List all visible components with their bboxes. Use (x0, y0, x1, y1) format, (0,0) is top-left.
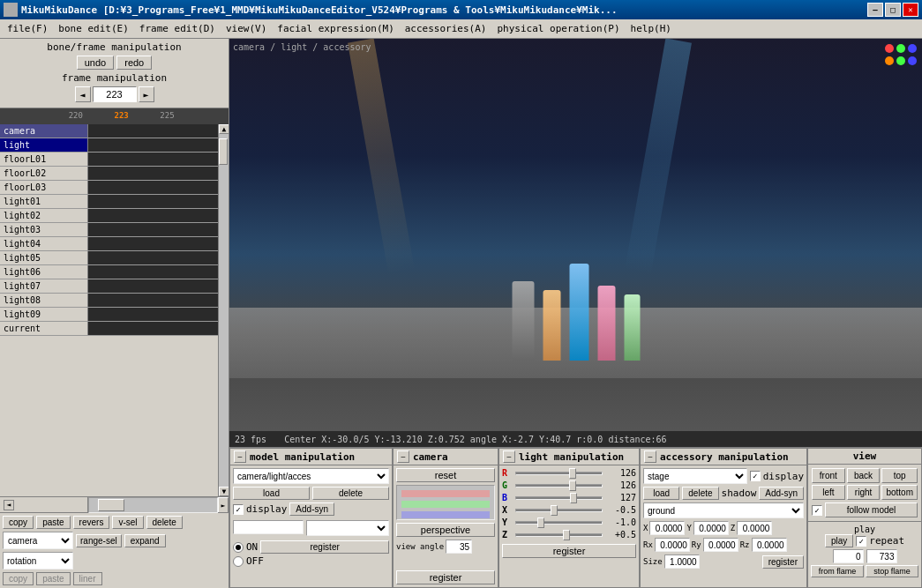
list-item[interactable]: floorL01 (0, 153, 218, 167)
light-z-slider[interactable] (515, 533, 603, 537)
close-button[interactable]: ✕ (903, 3, 918, 17)
track-light[interactable]: light (0, 138, 88, 152)
redo-button[interactable]: redo (116, 56, 152, 70)
accessory-manip-collapse-btn[interactable]: — (644, 450, 656, 463)
model-register-button[interactable]: register (260, 540, 389, 554)
track-light04[interactable]: light04 (0, 237, 88, 250)
camera-register-button[interactable]: register (396, 570, 495, 584)
light-b-slider[interactable] (515, 496, 603, 500)
track-current[interactable]: current (0, 322, 88, 335)
view-angle-input[interactable] (446, 540, 472, 554)
menu-help[interactable]: help(H) (626, 21, 677, 36)
menu-frame-edit[interactable]: frame edit(D) (134, 21, 221, 36)
model-manip-collapse-btn[interactable]: — (234, 450, 246, 463)
camera-g-slider[interactable] (401, 501, 490, 508)
track-floorL02[interactable]: floorL02 (0, 167, 88, 180)
follow-model-checkbox[interactable]: ✓ (812, 505, 822, 516)
list-item[interactable]: light09 (0, 308, 218, 322)
light-y-thumb[interactable] (537, 517, 544, 528)
model-on-radio[interactable] (233, 542, 244, 553)
delete-button[interactable]: delete (146, 516, 183, 529)
stage-select[interactable]: stage (643, 468, 747, 484)
light-x-thumb[interactable] (551, 505, 558, 516)
frame-input[interactable] (93, 86, 137, 102)
accessory-display-checkbox[interactable]: ✓ (750, 471, 761, 481)
accessory-delete-button[interactable]: delete (682, 487, 718, 500)
track-light03[interactable]: light03 (0, 223, 88, 236)
track-light05[interactable]: light05 (0, 251, 88, 264)
track-light09[interactable]: light09 (0, 308, 88, 321)
accessory-size-input[interactable] (664, 555, 700, 569)
expand-button[interactable]: expand (124, 534, 166, 547)
revers-button[interactable]: revers (73, 516, 110, 529)
menu-facial[interactable]: facial expression(M) (272, 21, 399, 36)
light-x-slider[interactable] (515, 509, 603, 512)
accessory-z-input[interactable] (737, 521, 772, 535)
hscroll-bar[interactable] (88, 497, 218, 513)
list-item[interactable]: light08 (0, 294, 218, 308)
menu-bone-edit[interactable]: bone edit(E) (53, 21, 133, 36)
light-g-slider[interactable] (515, 484, 603, 488)
model-extra-select[interactable] (306, 520, 389, 536)
frame-prev-button[interactable]: ◄ (75, 86, 91, 102)
play-start-frame[interactable] (833, 549, 864, 563)
model-addsyn-button[interactable]: Add-syn (289, 502, 334, 516)
vscroll-thumb[interactable] (219, 138, 228, 165)
accessory-addsyn-button[interactable]: Add-syn (759, 487, 804, 500)
view-top-button[interactable]: top (881, 468, 918, 483)
camera-reset-button[interactable]: reset (396, 468, 495, 482)
list-item[interactable]: light01 (0, 195, 218, 209)
view-left-button[interactable]: left (812, 485, 845, 500)
light-r-slider[interactable] (515, 472, 603, 475)
track-light06[interactable]: light06 (0, 265, 88, 279)
vscroll-down-button[interactable]: ▼ (219, 487, 229, 496)
camera-b-slider[interactable] (401, 511, 490, 518)
model-load-button[interactable]: load (233, 487, 310, 500)
menu-accessories[interactable]: accessories(A) (400, 21, 492, 36)
accessory-rx-input[interactable] (655, 538, 690, 552)
view-right-button[interactable]: right (847, 485, 881, 500)
hscroll-left-btn[interactable]: ◄ (4, 500, 14, 510)
menu-file[interactable]: file(F) (2, 21, 53, 36)
accessory-rz-input[interactable] (752, 538, 787, 552)
minimize-button[interactable]: — (867, 3, 883, 17)
list-item[interactable]: current (0, 322, 218, 336)
accessory-ry-input[interactable] (703, 538, 738, 552)
from-flame-button[interactable]: from flame (811, 565, 864, 577)
accessory-x-input[interactable] (649, 521, 685, 535)
list-item[interactable]: light05 (0, 251, 218, 265)
undo-button[interactable]: undo (77, 56, 114, 70)
light-y-slider[interactable] (515, 521, 603, 525)
accessory-load-button[interactable]: load (643, 487, 679, 500)
model-dropdown[interactable]: camera/light/acces (233, 468, 389, 484)
list-item[interactable]: light04 (0, 237, 218, 251)
maximize-button[interactable]: □ (885, 3, 901, 17)
light-b-thumb[interactable] (570, 493, 577, 503)
paste-button[interactable]: paste (36, 516, 70, 529)
repeat-checkbox[interactable]: ✓ (856, 536, 866, 547)
light-register-button[interactable]: register (502, 544, 636, 558)
vscroll-up-button[interactable]: ▲ (219, 124, 229, 134)
ground-select[interactable]: ground (643, 502, 804, 518)
camera-select[interactable]: camera (3, 532, 73, 549)
vsel-button[interactable]: v-sel (112, 516, 143, 529)
light-z-thumb[interactable] (563, 530, 570, 540)
play-end-frame[interactable] (866, 549, 897, 563)
list-item[interactable]: light02 (0, 209, 218, 223)
accessory-y-input[interactable] (693, 521, 729, 535)
track-floorL01[interactable]: floorL01 (0, 153, 88, 166)
list-item[interactable]: light03 (0, 223, 218, 237)
track-light08[interactable]: light08 (0, 294, 88, 307)
range-sel-button[interactable]: range-sel (76, 534, 122, 547)
camera-r-slider[interactable] (401, 490, 490, 497)
list-item[interactable]: camera (0, 124, 218, 138)
model-off-radio[interactable] (233, 556, 244, 567)
copy-button[interactable]: copy (3, 516, 34, 529)
accessory-register-button[interactable]: register (762, 555, 804, 569)
camera-perspective-button[interactable]: perspective (396, 523, 495, 537)
track-floorL03[interactable]: floorL03 (0, 181, 88, 194)
track-camera[interactable]: camera (0, 124, 88, 138)
model-delete-button[interactable]: delete (312, 487, 389, 500)
menu-physical[interactable]: physical operation(P) (491, 21, 625, 36)
list-item[interactable]: light (0, 138, 218, 153)
